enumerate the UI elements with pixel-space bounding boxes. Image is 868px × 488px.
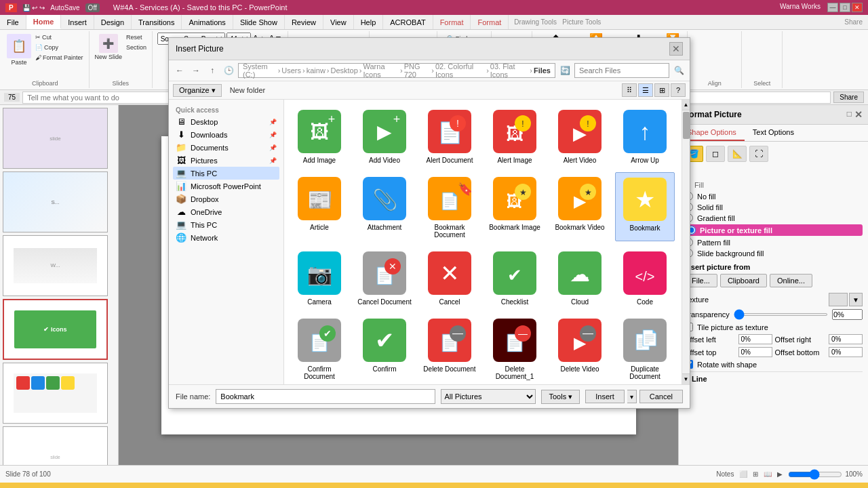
file-delete-video[interactable]: ▶— Delete Video (550, 314, 610, 383)
sidebar-network[interactable]: 🌐 Network (173, 231, 279, 244)
refresh-btn[interactable]: 🔄 (558, 64, 572, 77)
slide-thumb-2[interactable]: 76 S... (3, 171, 108, 232)
filetype-select[interactable]: All Pictures (441, 389, 536, 404)
tab-insert[interactable]: Insert (61, 15, 94, 29)
save-btn[interactable]: 💾 (22, 4, 31, 12)
slide-sorter-btn[interactable]: ⊞ (753, 470, 758, 478)
scroll-up-btn[interactable]: ▲ (682, 100, 690, 110)
normal-view-btn[interactable]: ⬜ (739, 470, 747, 478)
extra-large-icons-btn[interactable]: ⠿ (622, 83, 637, 97)
texture-select-btn[interactable]: ▼ (849, 293, 863, 306)
file-confirm-document[interactable]: 📄✔ Confirm Document (290, 314, 349, 383)
tab-text-options[interactable]: Text Options (745, 125, 802, 141)
clipboard-btn[interactable]: Clipboard (720, 274, 767, 287)
zoom-slider[interactable] (788, 469, 842, 480)
sidebar-onedrive[interactable]: ☁ OneDrive (173, 205, 279, 218)
cancel-btn[interactable]: Cancel (639, 390, 683, 403)
slideshow-btn[interactable]: ▶ (777, 470, 783, 478)
tab-format-shape[interactable]: Format (433, 15, 471, 29)
path-box[interactable]: System (C:) › Users › kainw › Desktop › … (238, 63, 555, 78)
format-painter-btn[interactable]: 🖌Format Painter (34, 53, 85, 62)
pattern-fill-option[interactable]: Pattern fill (684, 238, 863, 247)
file-delete-document[interactable]: 📄— Delete Document (420, 314, 479, 383)
file-article[interactable]: 📰 Article (290, 172, 349, 241)
file-add-image[interactable]: 🖼+ Add Image (290, 105, 349, 167)
file-bookmark-document[interactable]: 📄🔖 Bookmark Document (420, 172, 479, 241)
file-camera[interactable]: 📷 Camera (290, 247, 349, 308)
effects-icon-btn[interactable]: ◻ (706, 146, 725, 162)
gradient-fill-option[interactable]: Gradient fill (684, 214, 863, 222)
slide-thumb-1[interactable]: 75 slide (3, 108, 108, 169)
nav-forward-btn[interactable]: → (189, 64, 203, 77)
tab-acrobat[interactable]: ACROBAT (383, 15, 433, 29)
file-arrow-up[interactable]: ↑ Arrow Up (615, 105, 675, 167)
file-cancel-document[interactable]: 📄✕ Cancel Document (355, 247, 414, 308)
search-btn[interactable]: 🔍 (672, 64, 686, 77)
redo-btn[interactable]: ↪ (39, 4, 45, 12)
scroll-down-btn[interactable]: ▼ (682, 373, 690, 384)
fill-section-header[interactable]: ▼ Fill (684, 181, 863, 189)
offset-top-input[interactable] (738, 347, 772, 357)
file-bookmark[interactable]: ★ Bookmark (615, 172, 675, 241)
reading-view-btn[interactable]: 📖 (764, 470, 772, 478)
cut-btn[interactable]: ✂Cut (34, 33, 85, 42)
offset-left-input[interactable] (738, 334, 772, 344)
filename-input[interactable] (216, 389, 435, 404)
notes-btn[interactable]: Notes (716, 470, 734, 478)
tab-review[interactable]: Review (285, 15, 323, 29)
tab-format-picture[interactable]: Format (471, 15, 509, 29)
tab-animations[interactable]: Animations (182, 15, 233, 29)
organize-btn[interactable]: Organize ▾ (173, 84, 222, 97)
slide-thumb-3[interactable]: 77 W... (3, 235, 108, 296)
insert-btn[interactable]: Insert (585, 390, 625, 403)
file-duplicate-document[interactable]: 📄📄 Duplicate Document (615, 314, 675, 383)
solid-fill-option[interactable]: Solid fill (684, 203, 863, 211)
tab-help[interactable]: Help (354, 15, 384, 29)
file-alert-image[interactable]: 🖼! Alert Image (485, 105, 545, 167)
insert-dropdown-btn[interactable]: ▾ (627, 390, 637, 403)
tab-slideshow[interactable]: Slide Show (233, 15, 285, 29)
tab-file[interactable]: File (0, 15, 26, 29)
file-confirm[interactable]: ✔ Confirm (355, 314, 414, 383)
panel-close-btn[interactable]: ✕ (854, 109, 863, 120)
file-add-video[interactable]: ▶+ Add Video (355, 105, 414, 167)
maximize-btn[interactable]: □ (840, 3, 850, 12)
transparency-slider[interactable] (734, 313, 828, 316)
file-cloud[interactable]: ☁ Cloud (550, 247, 610, 308)
online-btn[interactable]: Online... (770, 274, 812, 287)
offset-right-input[interactable] (829, 334, 863, 344)
file-bookmark-video[interactable]: ▶★ Bookmark Video (550, 172, 610, 241)
file-checklist[interactable]: ✔ Checklist (485, 247, 545, 308)
sidebar-downloads[interactable]: ⬇ Downloads 📌 (173, 128, 279, 141)
nav-up-btn[interactable]: ↑ (205, 64, 219, 77)
transparency-value[interactable] (832, 309, 863, 320)
tools-btn[interactable]: Tools ▾ (541, 390, 580, 404)
slide-thumb-4[interactable]: 78 ✔ Icons (3, 299, 108, 360)
file-code[interactable]: </> Code (615, 247, 675, 308)
help-icon-btn[interactable]: ? (671, 83, 686, 97)
sidebar-documents[interactable]: 📁 Documents 📌 (173, 141, 279, 154)
file-cancel[interactable]: ✕ Cancel (420, 247, 479, 308)
file-alert-video[interactable]: ▶! Alert Video (550, 105, 610, 167)
offset-bottom-input[interactable] (829, 347, 863, 357)
section-btn[interactable]: Section (125, 43, 148, 52)
share-btn[interactable]: Share (844, 15, 868, 29)
details-btn[interactable]: ☰ (638, 83, 653, 97)
medium-icons-btn[interactable]: ⊞ (654, 83, 669, 97)
sidebar-desktop[interactable]: 🖥 Desktop 📌 (173, 115, 279, 128)
insert-picture-dialog[interactable]: Insert Picture ✕ ← → ↑ 🕒 System (C:) › U… (168, 37, 690, 409)
tab-home[interactable]: Home (26, 15, 62, 29)
close-btn[interactable]: ✕ (852, 3, 863, 12)
slide-thumb-6[interactable]: 80 slide (3, 426, 108, 465)
sidebar-dropbox[interactable]: 📦 Dropbox (173, 192, 279, 205)
autosave-toggle[interactable]: Off (85, 3, 100, 12)
undo-btn[interactable]: ↩ (32, 4, 37, 12)
sidebar-this-pc[interactable]: 💻 This PC (173, 167, 279, 180)
nav-back-btn[interactable]: ← (173, 64, 186, 77)
size-icon-btn[interactable]: ⛶ (749, 146, 768, 162)
sidebar-pictures[interactable]: 🖼 Pictures 📌 (173, 154, 279, 167)
nav-recent-btn[interactable]: 🕒 (222, 64, 235, 77)
no-fill-option[interactable]: No fill (684, 192, 863, 201)
slide-bg-fill-option[interactable]: Slide background fill (684, 249, 863, 258)
line-section[interactable]: ▶ Line (684, 371, 863, 386)
